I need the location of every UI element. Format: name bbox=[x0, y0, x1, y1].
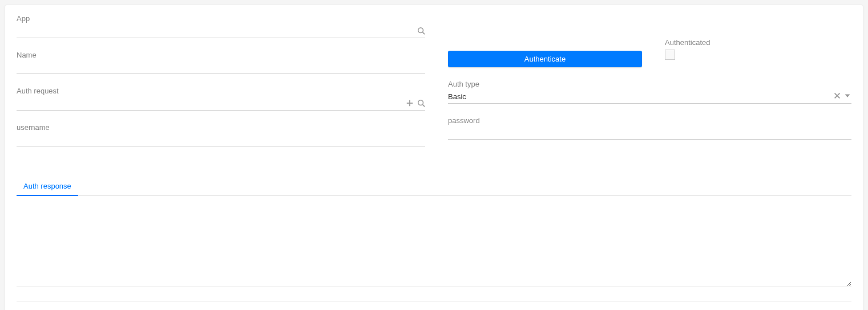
svg-point-4 bbox=[418, 100, 423, 105]
search-icon[interactable] bbox=[417, 99, 425, 107]
svg-line-5 bbox=[423, 104, 425, 107]
svg-point-0 bbox=[418, 27, 423, 32]
password-input[interactable] bbox=[448, 125, 851, 140]
password-field: password bbox=[448, 116, 851, 140]
footer-divider bbox=[17, 301, 851, 302]
auth-request-field: Auth request bbox=[17, 87, 425, 111]
auth-action-row: Authenticate Authenticated bbox=[448, 51, 851, 67]
authenticate-button-wrap: Authenticate bbox=[448, 51, 642, 67]
app-input[interactable] bbox=[17, 23, 425, 38]
tab-auth-response[interactable]: Auth response bbox=[17, 177, 78, 196]
username-field: username bbox=[17, 123, 425, 147]
authenticated-label: Authenticated bbox=[665, 38, 710, 47]
name-label: Name bbox=[17, 51, 425, 60]
username-label: username bbox=[17, 123, 425, 132]
app-field: App bbox=[17, 14, 425, 38]
auth-type-value: Basic bbox=[448, 91, 833, 101]
svg-marker-8 bbox=[845, 94, 850, 97]
auth-request-label: Auth request bbox=[17, 87, 425, 96]
right-column: Authenticate Authenticated Auth type Bas… bbox=[448, 14, 851, 159]
svg-line-1 bbox=[423, 32, 425, 34]
auth-form-card: App Name Auth request bbox=[5, 5, 863, 310]
name-input[interactable] bbox=[17, 59, 425, 74]
form-grid: App Name Auth request bbox=[17, 14, 851, 159]
app-label: App bbox=[17, 14, 425, 23]
authenticated-field: Authenticated bbox=[665, 51, 710, 60]
auth-response-panel bbox=[17, 196, 851, 289]
auth-request-input[interactable] bbox=[17, 96, 425, 111]
clear-icon[interactable] bbox=[833, 92, 841, 100]
username-input[interactable] bbox=[17, 132, 425, 146]
auth-type-label: Auth type bbox=[448, 80, 851, 89]
authenticated-checkbox[interactable] bbox=[665, 50, 675, 60]
search-icon[interactable] bbox=[417, 27, 425, 35]
name-field: Name bbox=[17, 51, 425, 75]
authenticate-button[interactable]: Authenticate bbox=[448, 51, 642, 67]
auth-type-select[interactable]: Basic bbox=[448, 89, 851, 104]
auth-response-textarea[interactable] bbox=[17, 196, 851, 287]
tabs-row: Auth response bbox=[17, 177, 851, 196]
plus-icon[interactable] bbox=[406, 99, 414, 107]
left-column: App Name Auth request bbox=[17, 14, 425, 159]
password-label: password bbox=[448, 116, 851, 125]
chevron-down-icon[interactable] bbox=[843, 92, 851, 100]
auth-type-field: Auth type Basic bbox=[448, 80, 851, 104]
